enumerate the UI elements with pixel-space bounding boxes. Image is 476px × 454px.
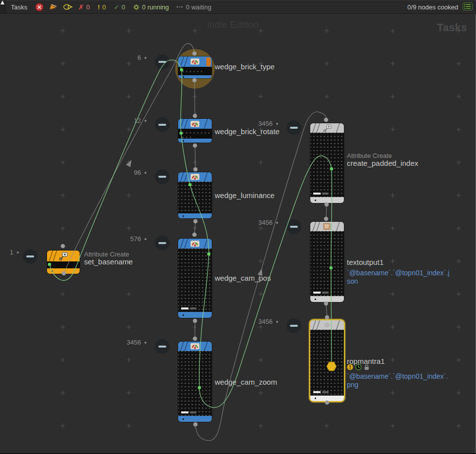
output-flag-tab[interactable] (206, 57, 211, 66)
pane-splitter-handle[interactable] (0, 0, 6, 13)
node-label[interactable]: wedge_cam_zoom (215, 378, 277, 386)
warning-counter: ! 0 (97, 3, 106, 11)
workitem-count-badge: 96 (107, 169, 146, 176)
failed-icon: ✗ (78, 3, 84, 11)
stop-octagon-icon (35, 3, 44, 11)
tops-network-editor: Tasks ✗ 0 ! 0 ✓ (0, 0, 476, 454)
node-label[interactable]: create_padded_index (347, 159, 418, 167)
network-canvas[interactable]: Indie Edition Tasks 6 12 96 576 3456 1 3… (0, 14, 476, 454)
succeeded-icon: ✓ (114, 3, 119, 11)
taskgraph-toolbar: Tasks ✗ 0 ! 0 ✓ (0, 0, 476, 14)
node-type-label: Attribute Create (84, 251, 129, 258)
node-label[interactable]: wedge_brick_rotate (215, 127, 280, 136)
pane-type-watermark: Tasks (437, 21, 467, 34)
failed-counter: ✗ 0 (78, 3, 90, 11)
workitem-count-badge: 12 (107, 117, 146, 124)
workitem-count-badge: 6 (107, 54, 146, 61)
gear-icon (133, 4, 140, 10)
waiting-dots-icon (177, 6, 183, 8)
collapse-workitems-button[interactable] (286, 219, 301, 234)
warning-badge-icon (347, 364, 353, 370)
node-label[interactable]: textoutput1 (347, 258, 383, 266)
wedge-gauge-icon (190, 121, 199, 127)
succeeded-counter: ✓ 0 (114, 3, 125, 11)
workitem-count-badge: 3456 (238, 219, 278, 226)
collapse-workitems-button[interactable] (155, 54, 170, 69)
collapse-workitems-button[interactable] (286, 318, 301, 333)
node-wedge-brick-type[interactable] (178, 56, 212, 78)
cook-output-node-button[interactable] (48, 3, 58, 11)
indie-edition-watermark: Indie Edition (207, 19, 259, 30)
node-label[interactable]: wedge_luminance (215, 191, 275, 200)
attribute-create-icon (59, 252, 68, 260)
lock-icon (364, 364, 370, 370)
node-wedge-cam-zoom[interactable] (178, 342, 212, 422)
collapse-workitems-button[interactable] (155, 117, 170, 132)
wedge-gauge-icon (190, 174, 199, 180)
pane-title: Tasks (11, 3, 27, 11)
node-wedge-brick-rotate[interactable] (178, 119, 212, 143)
collapse-workitems-button[interactable] (23, 249, 38, 264)
running-counter: 0 running (133, 3, 169, 11)
output-path-label: `@basename`.`@topn01_index`.j son (347, 269, 449, 285)
node-status-icons (347, 364, 370, 370)
mantra-icon (323, 322, 331, 328)
cook-arrow-icon (48, 3, 58, 11)
warning-icon: ! (97, 3, 99, 11)
task-list-icon (463, 2, 473, 10)
waiting-counter: 0 waiting (177, 3, 211, 11)
node-ropmantra1[interactable] (310, 320, 344, 401)
node-type-label: Attribute Create (347, 152, 392, 159)
node-label[interactable]: set_basename (84, 257, 133, 266)
node-label[interactable]: wedge_cam_pos (215, 274, 271, 282)
workitem-count-badge: 576 (107, 235, 146, 243)
workitem-count-badge: 1 (0, 249, 19, 256)
workitem-count-badge: 3456 (238, 318, 278, 325)
cook-time-clock-icon (355, 364, 362, 370)
node-create-padded-index[interactable] (310, 123, 344, 203)
output-path-label: `@basename`.`@topn01_index`. png (347, 372, 448, 389)
wedge-gauge-icon (190, 343, 199, 350)
cancel-cook-button[interactable] (35, 3, 44, 11)
wedge-gauge-icon (190, 241, 199, 247)
collapse-workitems-button[interactable] (155, 339, 170, 354)
generate-arrow-icon (63, 3, 73, 11)
generate-tasks-button[interactable] (63, 3, 73, 11)
node-wedge-cam-pos[interactable] (178, 239, 212, 318)
collapse-workitems-button[interactable] (155, 169, 170, 184)
wedge-gauge-icon (190, 58, 199, 65)
collapse-workitems-button[interactable] (155, 236, 170, 251)
nodes-cooked-status: 0/9 nodes cooked (407, 3, 458, 11)
collapse-workitems-button[interactable] (286, 120, 301, 135)
task-table-button[interactable] (463, 2, 473, 12)
node-textoutput1[interactable] (310, 222, 344, 302)
workitem-count-badge: 3456 (238, 120, 278, 127)
text-file-icon (323, 223, 331, 230)
node-set-basename[interactable] (47, 251, 80, 274)
attribute-create-icon (323, 124, 332, 132)
workitem-count-badge: 3456 (107, 339, 146, 346)
node-wedge-luminance[interactable] (178, 172, 212, 218)
node-label[interactable]: wedge_brick_type (215, 62, 275, 71)
